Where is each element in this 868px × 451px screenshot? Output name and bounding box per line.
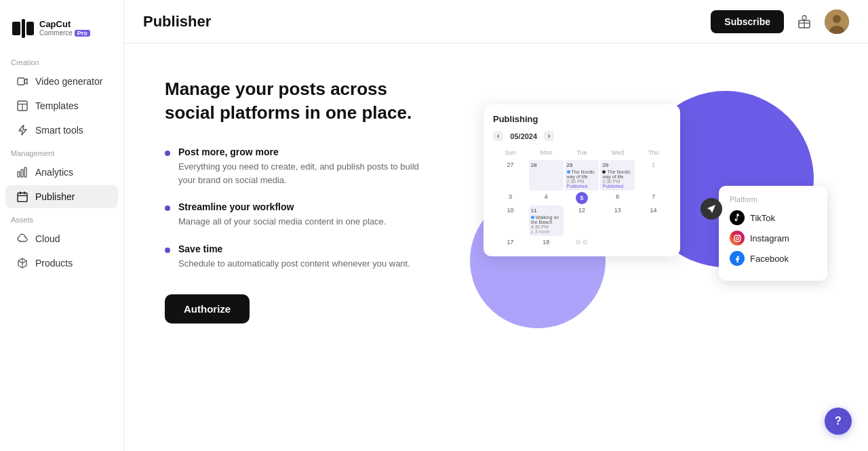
calendar-card: Publishing ‹ 05/2024 › Sun Mon Tue Wed T… <box>484 104 680 256</box>
sidebar-item-cloud[interactable]: Cloud <box>5 227 118 250</box>
platform-instagram: Instagram <box>730 231 816 246</box>
svg-rect-7 <box>18 172 20 177</box>
bullet-icon <box>165 205 170 211</box>
cal-cell: 12 <box>565 205 599 236</box>
sidebar-item-smart-tools[interactable]: Smart tools <box>5 119 118 142</box>
help-icon: ? <box>835 415 842 427</box>
feature-item-2: Save time Schedule to automatically post… <box>165 243 422 271</box>
gift-button[interactable] <box>792 9 816 34</box>
subscribe-button[interactable]: Subscribe <box>711 10 784 33</box>
sidebar-item-label: Analytics <box>35 167 73 178</box>
content-area: Manage your posts across social platform… <box>124 43 868 451</box>
cal-cell-event: 11 Walking on the Beach 4:30 PM 1 3 more <box>529 205 564 236</box>
cal-cell: 6 <box>600 192 635 204</box>
feature-content: Streamline your workflow Manage all of y… <box>178 201 386 229</box>
svg-rect-3 <box>18 78 24 85</box>
video-icon <box>16 75 28 87</box>
feature-title: Save time <box>178 243 410 254</box>
sidebar-item-label: Publisher <box>35 191 75 202</box>
cal-prev-btn[interactable]: ‹ <box>493 131 503 141</box>
svg-rect-0 <box>12 22 20 35</box>
platform-label: Facebook <box>750 254 789 264</box>
cal-cell-event: 29 The Nordic way of life 2:30 PM Publis… <box>565 160 599 191</box>
page-title: Publisher <box>143 13 211 31</box>
feature-desc: Schedule to automatically post content w… <box>178 257 410 271</box>
sidebar-item-products[interactable]: Products <box>5 252 118 275</box>
left-panel: Manage your posts across social platform… <box>165 77 422 323</box>
cal-cell: 4 <box>529 192 564 204</box>
sidebar-item-label: Smart tools <box>35 125 83 136</box>
bullet-icon <box>165 248 170 253</box>
platform-facebook: Facebook <box>730 251 816 266</box>
day-header: Thu <box>636 148 671 157</box>
sidebar-item-analytics[interactable]: Analytics <box>5 161 118 184</box>
layout-icon <box>16 100 28 112</box>
svg-rect-2 <box>26 22 34 35</box>
day-header: Tue <box>565 148 599 157</box>
platform-tiktok: TikTok <box>730 210 816 225</box>
sidebar: CapCut Commerce Pro Creation Video gener… <box>0 0 124 451</box>
bullet-icon <box>165 151 170 156</box>
instagram-logo <box>730 231 745 246</box>
cal-next-btn[interactable]: › <box>544 131 554 141</box>
header: Publisher Subscribe <box>124 0 868 43</box>
zap-icon <box>16 124 28 136</box>
cal-cell: 17 <box>493 237 528 247</box>
calendar-icon <box>16 191 28 203</box>
logo-area: CapCut Commerce Pro <box>0 11 123 52</box>
sidebar-item-templates[interactable]: Templates <box>5 94 118 117</box>
feature-item-0: Post more, grow more Everything you need… <box>165 146 422 187</box>
day-header: Mon <box>529 148 564 157</box>
feature-title: Post more, grow more <box>178 146 422 157</box>
feature-content: Post more, grow more Everything you need… <box>178 146 422 187</box>
header-right: Subscribe <box>711 9 849 34</box>
cal-cell: 10 <box>493 205 528 236</box>
day-header: Sun <box>493 148 528 157</box>
platform-label: Instagram <box>750 233 789 243</box>
feature-content: Save time Schedule to automatically post… <box>178 243 410 271</box>
platform-popup-title: Platform <box>730 195 816 203</box>
feature-list: Post more, grow more Everything you need… <box>165 146 422 270</box>
section-creation: Creation <box>0 52 123 69</box>
svg-point-18 <box>833 15 841 23</box>
cal-cell-event: 28 <box>529 160 564 191</box>
cal-cell: ⊙ ⊙ <box>565 237 599 247</box>
svg-rect-8 <box>21 170 23 177</box>
day-header: Wed <box>600 148 635 157</box>
cloud-icon <box>16 233 28 245</box>
send-arrow-icon <box>701 198 722 220</box>
sidebar-item-label: Video generator <box>35 76 102 87</box>
calendar-header: ‹ 05/2024 › <box>493 131 671 141</box>
authorize-button[interactable]: Authorize <box>165 294 250 323</box>
cal-cell: 18 <box>529 237 564 247</box>
feature-item-1: Streamline your workflow Manage all of y… <box>165 201 422 229</box>
help-button[interactable]: ? <box>825 408 852 435</box>
platform-popup: Platform TikTok <box>719 186 827 281</box>
avatar[interactable] <box>825 9 849 34</box>
calendar-month: 05/2024 <box>510 132 537 140</box>
cal-cell-event: 29 The Nordic way of life 2:30 PM Publis… <box>600 160 635 191</box>
feature-desc: Everything you need to create, edit, and… <box>178 160 422 187</box>
svg-rect-10 <box>18 193 27 202</box>
logo-text: CapCut Commerce Pro <box>39 20 90 37</box>
sidebar-item-label: Templates <box>35 100 79 111</box>
cal-cell: 3 <box>493 192 528 204</box>
feature-desc: Manage all of your social media content … <box>178 215 386 229</box>
tiktok-logo <box>730 210 745 225</box>
cal-cell: 7 <box>636 192 671 204</box>
cal-cell: 13 <box>600 205 635 236</box>
bar-chart-icon <box>16 166 28 178</box>
section-management: Management <box>0 142 123 160</box>
main-area: Publisher Subscribe <box>124 0 868 451</box>
svg-rect-9 <box>24 168 26 177</box>
box-icon <box>16 257 28 269</box>
facebook-logo <box>730 251 745 266</box>
sidebar-item-publisher[interactable]: Publisher <box>5 185 118 208</box>
svg-rect-1 <box>22 19 25 38</box>
card-title: Publishing <box>493 114 671 124</box>
cal-cell: 1 <box>636 160 671 191</box>
section-assets: Assets <box>0 209 123 227</box>
sidebar-item-video-generator[interactable]: Video generator <box>5 70 118 93</box>
svg-point-22 <box>738 235 739 236</box>
right-panel: Publishing ‹ 05/2024 › Sun Mon Tue Wed T… <box>463 77 827 349</box>
